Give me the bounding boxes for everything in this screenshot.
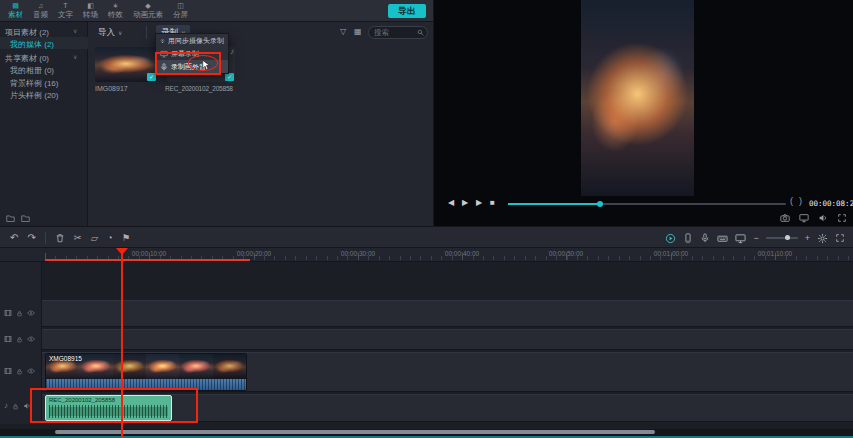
snapshot-icon[interactable] bbox=[780, 213, 790, 223]
stop-button[interactable]: ■ bbox=[490, 199, 495, 207]
tab-effects[interactable]: ∗ 特效 bbox=[103, 0, 128, 21]
tab-media[interactable]: ▤ 素材 bbox=[3, 0, 28, 21]
filter-icon[interactable]: ▽ bbox=[340, 28, 346, 36]
media-item-name: IMG08917 bbox=[95, 85, 128, 92]
audio-clip-name: REC_20200102_205858 bbox=[49, 397, 115, 403]
keyboard-shortcut-icon[interactable] bbox=[717, 233, 728, 244]
ruler-label: 00:00:40:00 bbox=[445, 250, 479, 257]
timeline-toolbar: ↶ ↷ ✂ ▱ ◔ ⚑ − + bbox=[0, 226, 853, 248]
sidebar-item-my-album[interactable]: 我的相册 (0) bbox=[10, 65, 54, 76]
zoom-in-icon[interactable]: + bbox=[805, 234, 810, 243]
sidebar-item-intro-samples[interactable]: 片头样例 (20) bbox=[10, 90, 58, 101]
filmora-app: ◀ ▶ ▶ ■ ( ) 00:00:08:20 ▤ 素材 ♫ 音频 T 文字 bbox=[0, 0, 853, 438]
menu-item-record-voiceover[interactable]: 录制画外音 bbox=[156, 60, 228, 73]
media-sidebar: 项目素材 (2) ∨ 我的媒体 (2) 共享素材 (0) ∨ 我的相册 (0) … bbox=[0, 22, 88, 228]
clip-thumbnail bbox=[146, 354, 179, 379]
timeline-audio-clip[interactable]: REC_20200102_205858 bbox=[45, 395, 172, 421]
timeline-video-clip[interactable]: XMG08915 bbox=[45, 353, 247, 391]
video-clip-name: XMG08915 bbox=[49, 355, 82, 362]
tab-transition[interactable]: ◧ 转场 bbox=[78, 0, 103, 21]
step-back-button[interactable]: ◀ bbox=[448, 199, 454, 207]
lock-icon[interactable] bbox=[16, 310, 23, 317]
sidebar-item-background-samples[interactable]: 背景样例 (16) bbox=[10, 78, 58, 89]
mark-in-icon[interactable]: ( bbox=[790, 197, 793, 206]
timeline-scrollbar[interactable] bbox=[0, 429, 853, 436]
marker-icon[interactable]: ⚑ bbox=[122, 233, 131, 243]
lock-icon[interactable] bbox=[16, 368, 23, 375]
add-folder-icon[interactable] bbox=[21, 214, 30, 223]
export-button[interactable]: 导出 bbox=[388, 4, 426, 18]
delete-icon[interactable] bbox=[55, 233, 65, 243]
elements-tab-icon: ◆ bbox=[145, 2, 150, 10]
menu-item-screen-record[interactable]: 屏幕录制 bbox=[156, 47, 228, 60]
tab-text[interactable]: T 文字 bbox=[53, 0, 78, 21]
phone-icon[interactable] bbox=[683, 233, 693, 243]
record-voiceover-icon[interactable] bbox=[700, 233, 710, 243]
seek-knob[interactable] bbox=[597, 201, 603, 207]
volume-icon[interactable] bbox=[818, 213, 828, 223]
search-box[interactable] bbox=[368, 26, 428, 39]
zoom-out-icon[interactable]: − bbox=[753, 234, 758, 243]
mark-out-icon[interactable]: ) bbox=[799, 197, 802, 206]
audio-tab-icon: ♫ bbox=[38, 2, 43, 10]
zoom-fit-icon[interactable] bbox=[835, 233, 845, 243]
crop-icon[interactable]: ▱ bbox=[91, 233, 98, 243]
speed-icon[interactable]: ◔ bbox=[107, 233, 113, 243]
eye-icon[interactable] bbox=[27, 367, 35, 375]
chevron-down-icon: ∨ bbox=[73, 28, 77, 34]
sidebar-item-shared-media[interactable]: 共享素材 (0) ∨ bbox=[5, 53, 49, 64]
menu-item-record-webcam[interactable]: 用同步摄像头录制 bbox=[156, 34, 228, 47]
play-button[interactable]: ▶ bbox=[462, 199, 468, 207]
zoom-slider[interactable] bbox=[766, 237, 798, 239]
playhead-line[interactable] bbox=[121, 248, 123, 438]
ruler-label: 00:00:30:00 bbox=[341, 250, 375, 257]
mute-icon[interactable] bbox=[23, 402, 31, 410]
step-forward-button[interactable]: ▶ bbox=[476, 199, 482, 207]
video-track-icon bbox=[4, 367, 12, 375]
search-icon bbox=[417, 29, 424, 36]
tab-split-screen[interactable]: ◫ 分屏 bbox=[168, 0, 193, 21]
eye-icon[interactable] bbox=[27, 309, 35, 317]
track-lane-video-3 bbox=[42, 300, 853, 327]
selected-check-icon[interactable]: ✓ bbox=[225, 73, 234, 81]
timeline-scrollbar-thumb[interactable] bbox=[55, 430, 655, 434]
screen-record-icon[interactable] bbox=[735, 233, 746, 244]
grid-view-icon[interactable]: ▦ bbox=[354, 28, 362, 36]
seek-bar[interactable] bbox=[508, 203, 786, 205]
zoom-slider-knob[interactable] bbox=[785, 235, 790, 240]
toolbar-divider bbox=[146, 26, 147, 39]
timeline: 00:00:10:00 00:00:20:00 00:00:30:00 00:0… bbox=[0, 248, 853, 438]
tab-elements[interactable]: ◆ 动画元素 bbox=[128, 0, 168, 21]
settings-gear-icon[interactable] bbox=[817, 233, 828, 244]
import-button[interactable]: 导入 ∨ bbox=[98, 26, 122, 39]
folder-icon[interactable] bbox=[6, 214, 15, 223]
eye-icon[interactable] bbox=[27, 335, 35, 343]
display-ratio-icon[interactable] bbox=[799, 213, 809, 223]
redo-button[interactable]: ↷ bbox=[27, 233, 35, 243]
microphone-icon bbox=[160, 63, 168, 71]
lock-icon[interactable] bbox=[12, 403, 19, 410]
track-header-audio-1: ♪ bbox=[4, 402, 31, 410]
recorded-range-indicator bbox=[45, 259, 250, 261]
tab-audio[interactable]: ♫ 音频 bbox=[28, 0, 53, 21]
preview-panel: ◀ ▶ ▶ ■ ( ) 00:00:08:20 bbox=[433, 0, 853, 226]
lock-icon[interactable] bbox=[16, 336, 23, 343]
ruler-label: 00:00:10:00 bbox=[132, 250, 166, 257]
clip-thumbnail bbox=[79, 354, 112, 379]
split-icon[interactable]: ✂ bbox=[74, 233, 82, 243]
video-track-icon bbox=[4, 309, 12, 317]
sidebar-item-my-media[interactable]: 我的媒体 (2) bbox=[10, 39, 54, 50]
selected-check-icon[interactable]: ✓ bbox=[147, 73, 156, 81]
fullscreen-icon[interactable] bbox=[837, 213, 847, 223]
music-note-icon: ♪ bbox=[230, 48, 234, 56]
media-thumbnail-video[interactable]: ✓ bbox=[95, 47, 157, 82]
ruler-label: 00:00:20:00 bbox=[237, 250, 271, 257]
seek-progress bbox=[508, 203, 600, 205]
undo-button[interactable]: ↶ bbox=[10, 233, 18, 243]
render-preview-icon[interactable] bbox=[665, 233, 676, 244]
playhead-handle[interactable] bbox=[116, 248, 128, 255]
media-item-name: REC_20200102_205858 bbox=[165, 85, 260, 92]
webcam-icon bbox=[160, 37, 165, 45]
clip-thumbnail bbox=[113, 354, 146, 379]
search-input[interactable] bbox=[374, 27, 416, 38]
